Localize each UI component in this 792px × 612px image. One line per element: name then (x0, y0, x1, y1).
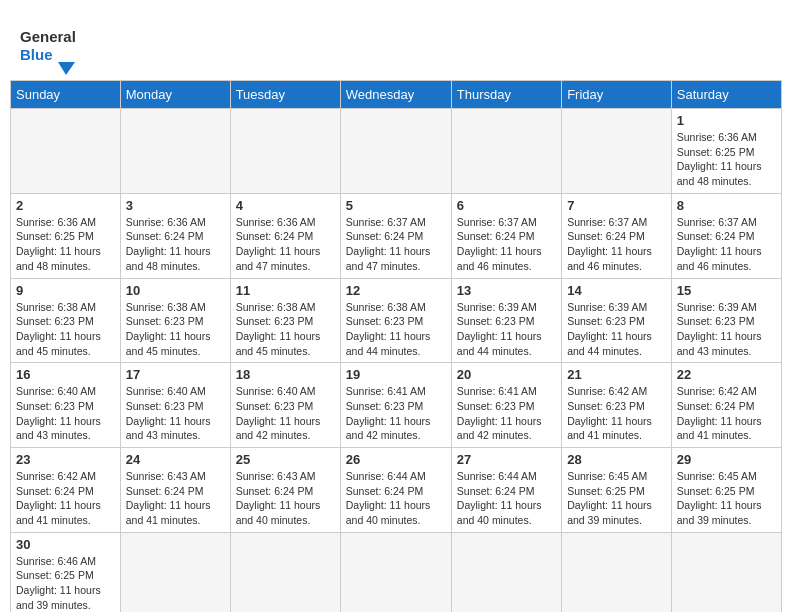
calendar-table: SundayMondayTuesdayWednesdayThursdayFrid… (10, 80, 782, 612)
day-info: Sunrise: 6:36 AMSunset: 6:24 PMDaylight:… (126, 215, 225, 274)
day-info: Sunrise: 6:40 AMSunset: 6:23 PMDaylight:… (126, 384, 225, 443)
calendar-cell: 26Sunrise: 6:44 AMSunset: 6:24 PMDayligh… (340, 448, 451, 533)
day-header-saturday: Saturday (671, 81, 781, 109)
day-info: Sunrise: 6:42 AMSunset: 6:24 PMDaylight:… (16, 469, 115, 528)
page-header: General Blue (10, 10, 782, 80)
day-info: Sunrise: 6:42 AMSunset: 6:23 PMDaylight:… (567, 384, 666, 443)
calendar-cell: 9Sunrise: 6:38 AMSunset: 6:23 PMDaylight… (11, 278, 121, 363)
calendar-cell: 8Sunrise: 6:37 AMSunset: 6:24 PMDaylight… (671, 193, 781, 278)
day-info: Sunrise: 6:43 AMSunset: 6:24 PMDaylight:… (126, 469, 225, 528)
day-number: 29 (677, 452, 776, 467)
day-number: 20 (457, 367, 556, 382)
day-number: 2 (16, 198, 115, 213)
calendar-cell: 29Sunrise: 6:45 AMSunset: 6:25 PMDayligh… (671, 448, 781, 533)
calendar-cell: 24Sunrise: 6:43 AMSunset: 6:24 PMDayligh… (120, 448, 230, 533)
day-info: Sunrise: 6:44 AMSunset: 6:24 PMDaylight:… (457, 469, 556, 528)
calendar-cell (340, 109, 451, 194)
calendar-cell: 11Sunrise: 6:38 AMSunset: 6:23 PMDayligh… (230, 278, 340, 363)
day-number: 22 (677, 367, 776, 382)
calendar-cell: 22Sunrise: 6:42 AMSunset: 6:24 PMDayligh… (671, 363, 781, 448)
day-info: Sunrise: 6:43 AMSunset: 6:24 PMDaylight:… (236, 469, 335, 528)
calendar-cell: 12Sunrise: 6:38 AMSunset: 6:23 PMDayligh… (340, 278, 451, 363)
day-number: 23 (16, 452, 115, 467)
day-number: 3 (126, 198, 225, 213)
calendar-week-5: 23Sunrise: 6:42 AMSunset: 6:24 PMDayligh… (11, 448, 782, 533)
day-info: Sunrise: 6:46 AMSunset: 6:25 PMDaylight:… (16, 554, 115, 612)
calendar-cell: 23Sunrise: 6:42 AMSunset: 6:24 PMDayligh… (11, 448, 121, 533)
day-number: 1 (677, 113, 776, 128)
day-number: 15 (677, 283, 776, 298)
day-number: 5 (346, 198, 446, 213)
calendar-cell (671, 532, 781, 612)
calendar-cell: 5Sunrise: 6:37 AMSunset: 6:24 PMDaylight… (340, 193, 451, 278)
day-number: 24 (126, 452, 225, 467)
calendar-cell (340, 532, 451, 612)
day-header-sunday: Sunday (11, 81, 121, 109)
calendar-week-1: 1Sunrise: 6:36 AMSunset: 6:25 PMDaylight… (11, 109, 782, 194)
calendar-cell (451, 532, 561, 612)
day-number: 6 (457, 198, 556, 213)
day-header-monday: Monday (120, 81, 230, 109)
day-info: Sunrise: 6:38 AMSunset: 6:23 PMDaylight:… (346, 300, 446, 359)
day-number: 28 (567, 452, 666, 467)
calendar-cell: 20Sunrise: 6:41 AMSunset: 6:23 PMDayligh… (451, 363, 561, 448)
calendar-cell (562, 109, 672, 194)
day-info: Sunrise: 6:39 AMSunset: 6:23 PMDaylight:… (567, 300, 666, 359)
day-number: 9 (16, 283, 115, 298)
calendar-cell: 6Sunrise: 6:37 AMSunset: 6:24 PMDaylight… (451, 193, 561, 278)
calendar-header-row: SundayMondayTuesdayWednesdayThursdayFrid… (11, 81, 782, 109)
svg-text:General: General (20, 28, 76, 45)
calendar-cell (230, 109, 340, 194)
calendar-cell: 30Sunrise: 6:46 AMSunset: 6:25 PMDayligh… (11, 532, 121, 612)
day-header-wednesday: Wednesday (340, 81, 451, 109)
day-number: 17 (126, 367, 225, 382)
calendar-cell: 21Sunrise: 6:42 AMSunset: 6:23 PMDayligh… (562, 363, 672, 448)
calendar-cell (120, 532, 230, 612)
day-header-tuesday: Tuesday (230, 81, 340, 109)
calendar-cell: 17Sunrise: 6:40 AMSunset: 6:23 PMDayligh… (120, 363, 230, 448)
calendar-cell: 28Sunrise: 6:45 AMSunset: 6:25 PMDayligh… (562, 448, 672, 533)
calendar-cell: 14Sunrise: 6:39 AMSunset: 6:23 PMDayligh… (562, 278, 672, 363)
calendar-cell: 10Sunrise: 6:38 AMSunset: 6:23 PMDayligh… (120, 278, 230, 363)
day-header-friday: Friday (562, 81, 672, 109)
day-number: 27 (457, 452, 556, 467)
day-number: 25 (236, 452, 335, 467)
day-info: Sunrise: 6:37 AMSunset: 6:24 PMDaylight:… (346, 215, 446, 274)
svg-text:Blue: Blue (20, 46, 53, 63)
day-info: Sunrise: 6:44 AMSunset: 6:24 PMDaylight:… (346, 469, 446, 528)
day-info: Sunrise: 6:40 AMSunset: 6:23 PMDaylight:… (236, 384, 335, 443)
calendar-cell: 15Sunrise: 6:39 AMSunset: 6:23 PMDayligh… (671, 278, 781, 363)
calendar-week-2: 2Sunrise: 6:36 AMSunset: 6:25 PMDaylight… (11, 193, 782, 278)
day-info: Sunrise: 6:37 AMSunset: 6:24 PMDaylight:… (677, 215, 776, 274)
day-info: Sunrise: 6:41 AMSunset: 6:23 PMDaylight:… (346, 384, 446, 443)
day-number: 11 (236, 283, 335, 298)
day-info: Sunrise: 6:45 AMSunset: 6:25 PMDaylight:… (677, 469, 776, 528)
day-info: Sunrise: 6:38 AMSunset: 6:23 PMDaylight:… (236, 300, 335, 359)
calendar-week-3: 9Sunrise: 6:38 AMSunset: 6:23 PMDaylight… (11, 278, 782, 363)
day-number: 26 (346, 452, 446, 467)
day-number: 18 (236, 367, 335, 382)
day-info: Sunrise: 6:41 AMSunset: 6:23 PMDaylight:… (457, 384, 556, 443)
day-number: 12 (346, 283, 446, 298)
day-number: 10 (126, 283, 225, 298)
calendar-week-4: 16Sunrise: 6:40 AMSunset: 6:23 PMDayligh… (11, 363, 782, 448)
calendar-cell (120, 109, 230, 194)
calendar-cell: 1Sunrise: 6:36 AMSunset: 6:25 PMDaylight… (671, 109, 781, 194)
calendar-cell: 19Sunrise: 6:41 AMSunset: 6:23 PMDayligh… (340, 363, 451, 448)
day-number: 13 (457, 283, 556, 298)
day-info: Sunrise: 6:37 AMSunset: 6:24 PMDaylight:… (567, 215, 666, 274)
calendar-cell: 25Sunrise: 6:43 AMSunset: 6:24 PMDayligh… (230, 448, 340, 533)
day-number: 14 (567, 283, 666, 298)
day-number: 21 (567, 367, 666, 382)
calendar-cell: 27Sunrise: 6:44 AMSunset: 6:24 PMDayligh… (451, 448, 561, 533)
day-info: Sunrise: 6:36 AMSunset: 6:24 PMDaylight:… (236, 215, 335, 274)
day-info: Sunrise: 6:37 AMSunset: 6:24 PMDaylight:… (457, 215, 556, 274)
day-info: Sunrise: 6:45 AMSunset: 6:25 PMDaylight:… (567, 469, 666, 528)
day-info: Sunrise: 6:40 AMSunset: 6:23 PMDaylight:… (16, 384, 115, 443)
day-info: Sunrise: 6:36 AMSunset: 6:25 PMDaylight:… (677, 130, 776, 189)
calendar-cell (11, 109, 121, 194)
day-number: 8 (677, 198, 776, 213)
svg-marker-2 (58, 62, 75, 75)
day-number: 19 (346, 367, 446, 382)
day-number: 16 (16, 367, 115, 382)
